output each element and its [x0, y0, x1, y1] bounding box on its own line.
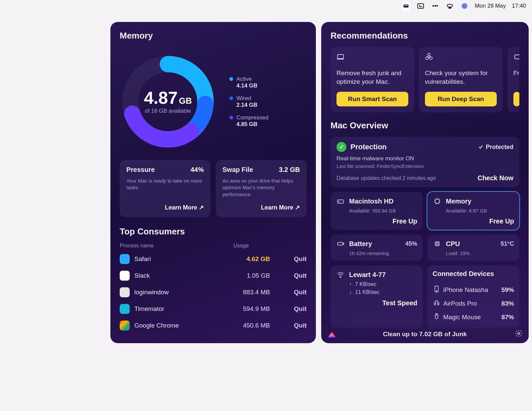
disk-icon	[336, 197, 345, 206]
menubar-icon-3[interactable]	[446, 2, 454, 10]
menubar-date[interactable]: Mon 29 May	[475, 3, 506, 9]
svg-rect-2	[418, 4, 424, 8]
run-smart-scan-button[interactable]: Run Smart Scan	[336, 92, 408, 106]
pressure-desc: Your Mac is ready to take on more tasks.	[126, 178, 204, 200]
process-usage: 450.6 MB	[233, 322, 280, 329]
svg-point-23	[340, 277, 341, 278]
menubar-icon-dots[interactable]: •••	[431, 2, 440, 10]
macintosh-hd-card[interactable]: Macintosh HD Available: 393.94 GB Free U…	[331, 192, 423, 230]
swap-value: 3.2 GB	[279, 166, 300, 174]
svg-rect-15	[515, 55, 519, 59]
swap-learn-more-link[interactable]: Learn More ↗	[222, 204, 300, 211]
check-now-button[interactable]: Check Now	[477, 174, 513, 182]
pressure-title: Pressure	[126, 166, 155, 174]
rec-card-partial: Fre…	[507, 47, 519, 112]
swap-title: Swap File	[222, 166, 253, 174]
dot-icon	[229, 96, 233, 100]
device-name: Magic Mouse	[443, 314, 481, 321]
wifi-icon	[336, 270, 345, 279]
process-name: Safari	[134, 255, 233, 263]
svg-rect-26	[434, 303, 436, 305]
cpu-card[interactable]: CPU51°C Load: 19%	[427, 234, 519, 261]
quit-button[interactable]: Quit	[280, 255, 307, 263]
menubar-time[interactable]: 17:40	[512, 3, 526, 9]
quit-button[interactable]: Quit	[280, 272, 307, 279]
svg-rect-20	[343, 243, 344, 244]
protected-badge: Protected	[478, 144, 513, 151]
protection-monitor-line: Real-time malware monitor ON	[336, 155, 513, 162]
dot-icon	[229, 77, 233, 81]
network-card[interactable]: Lewart 4-77 ↑7 KB/sec ↓11 KB/sec Test Sp…	[331, 265, 423, 329]
svg-rect-21	[435, 242, 439, 246]
memory-title: Memory	[120, 31, 307, 41]
memory-card-selected[interactable]: Memory Available: 4.87 GB Free Up	[427, 192, 519, 230]
process-name: loginwindow	[134, 289, 233, 296]
process-name: Slack	[134, 272, 233, 279]
memory-panel: Memory 4.87GB of 16 GB available	[110, 22, 316, 343]
svg-rect-27	[438, 303, 439, 305]
table-row: loginwindow 883.4 MB Quit	[120, 284, 307, 301]
test-speed-button[interactable]: Test Speed	[336, 299, 417, 307]
footer-bar: Clean up to 7.02 GB of Junk	[321, 325, 529, 343]
swap-file-card: Swap File3.2 GB An area on your drive th…	[216, 160, 307, 217]
memory-of-total: of 16 GB available	[144, 108, 192, 114]
cpu-icon	[433, 239, 442, 248]
app-icon	[120, 254, 130, 264]
top-consumers-section: Top Consumers Process name Usage Safari …	[120, 226, 307, 334]
svg-rect-18	[435, 199, 439, 203]
legend-active: Active4.14 GB	[229, 76, 268, 89]
device-name: AirPods Pro	[443, 300, 477, 307]
process-name: Google Chrome	[134, 322, 233, 329]
device-row: iPhone Natasha 59%	[433, 283, 514, 297]
svg-rect-1	[404, 5, 408, 6]
app-icon	[120, 287, 130, 297]
quit-button[interactable]: Quit	[280, 322, 307, 329]
battery-icon	[336, 239, 345, 248]
quit-button[interactable]: Quit	[280, 305, 307, 313]
run-deep-scan-button[interactable]: Run Deep Scan	[425, 92, 497, 106]
table-row: Safari 4.62 GB Quit	[120, 251, 307, 267]
table-row: Timemator 594.9 MB Quit	[120, 301, 307, 317]
net-down-row: ↓11 KB/sec	[349, 289, 417, 295]
device-value: 83%	[501, 300, 514, 307]
menubar-app-icon[interactable]	[402, 2, 410, 10]
protection-title: Protection	[350, 143, 387, 151]
app-icon	[120, 271, 130, 281]
cleanmymac-icon[interactable]	[327, 331, 336, 338]
rec-partial-button[interactable]	[513, 92, 519, 106]
menubar: ••• Mon 29 May 17:40	[396, 0, 532, 12]
rec-card-deep-scan: Check your system for vulnerabilities. R…	[419, 47, 503, 112]
pressure-card: Pressure44% Your Mac is ready to take on…	[120, 160, 210, 217]
process-usage: 1.05 GB	[233, 272, 280, 279]
menubar-icon-1[interactable]	[416, 2, 425, 10]
svg-point-31	[518, 333, 520, 335]
svg-rect-19	[337, 242, 343, 245]
svg-rect-30	[328, 337, 335, 338]
recommendations-title: Recommendations	[331, 31, 519, 41]
pressure-value: 44%	[191, 166, 204, 174]
settings-gear-icon[interactable]	[515, 330, 523, 339]
protection-db-updates: Database updates checked 2 minutes ago	[336, 175, 436, 181]
protection-last-scanned: Last file scanned: FinderSyncExtension	[336, 163, 513, 169]
battery-card[interactable]: Battery45% 1h 42m remaining	[331, 234, 423, 261]
laptop-icon	[336, 53, 346, 63]
device-icon	[433, 299, 440, 308]
pressure-learn-more-link[interactable]: Learn More ↗	[126, 204, 204, 211]
quit-button[interactable]: Quit	[280, 289, 307, 296]
footer-clean-text[interactable]: Clean up to 7.02 GB of Junk	[383, 331, 467, 338]
recommendations-row: Remove fresh junk and optimize your Mac.…	[331, 47, 519, 112]
device-name: iPhone Natasha	[443, 286, 488, 294]
disk-icon	[513, 53, 519, 63]
menubar-siri-icon[interactable]	[460, 2, 469, 10]
memory-free-up-button[interactable]: Free Up	[433, 217, 514, 225]
consumers-header: Process name Usage	[120, 243, 307, 249]
top-consumers-title: Top Consumers	[120, 226, 307, 237]
rec-card-smart-scan: Remove fresh junk and optimize your Mac.…	[331, 47, 414, 112]
table-row: Google Chrome 450.6 MB Quit	[120, 317, 307, 334]
legend-compressed: Compressed4.85 GB	[229, 114, 268, 128]
process-usage: 4.62 GB	[233, 255, 280, 263]
svg-rect-3	[447, 4, 453, 7]
hd-free-up-button[interactable]: Free Up	[336, 217, 417, 225]
chip-icon	[433, 197, 442, 206]
net-up-row: ↑7 KB/sec	[349, 281, 417, 287]
